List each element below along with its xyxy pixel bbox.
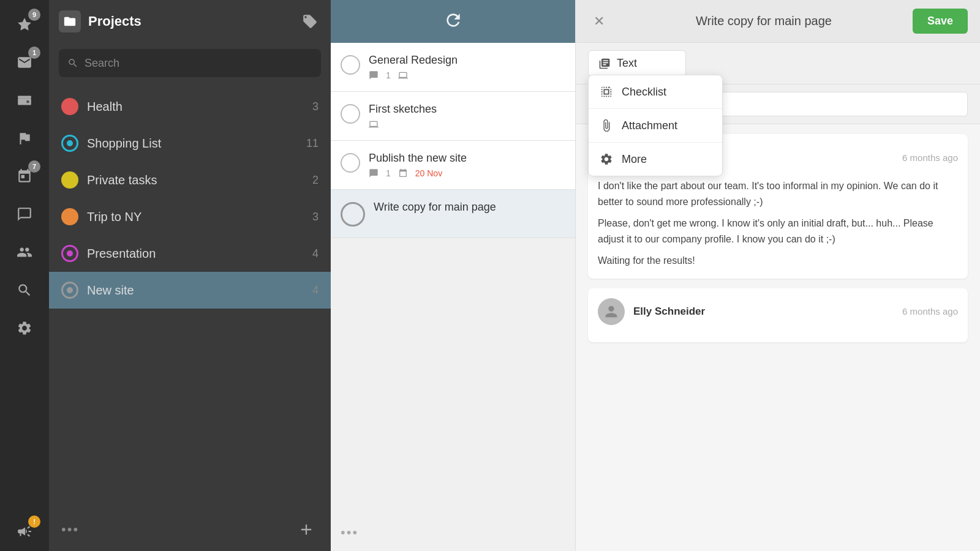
comment-count-publish: 1 bbox=[386, 168, 391, 178]
attachment-option[interactable]: Attachment bbox=[589, 109, 722, 143]
attachment-icon bbox=[600, 119, 613, 132]
project-dot-trip bbox=[61, 208, 78, 225]
type-dropdown-menu: Checklist Attachment More bbox=[588, 75, 723, 176]
task-item-sketches[interactable]: First sketches bbox=[331, 92, 575, 141]
inbox-nav-item[interactable]: 1 bbox=[6, 44, 43, 81]
task-meta-publish: 1 20 Nov bbox=[369, 168, 565, 178]
task-item-writecopy[interactable]: Write copy for main page bbox=[331, 190, 575, 238]
comment-count-redesign: 1 bbox=[386, 70, 391, 80]
comment-para-2: Please, don't get me wrong. I know it's … bbox=[598, 216, 958, 247]
project-count-shopping: 11 bbox=[306, 137, 318, 150]
task-item-redesign[interactable]: General Redesign 1 bbox=[331, 43, 575, 92]
sidebar-footer: ••• bbox=[49, 508, 331, 551]
announcement-nav-item[interactable]: ! bbox=[6, 513, 43, 550]
chat-nav-item[interactable] bbox=[6, 196, 43, 233]
text-type-label: Text bbox=[617, 57, 637, 70]
comment-para-3: Waiting for the results! bbox=[598, 253, 958, 269]
project-name-trip: Trip to NY bbox=[87, 210, 304, 224]
comment-text-steve: I don't like the part about our team. It… bbox=[598, 178, 958, 269]
task-panel-header bbox=[331, 0, 575, 43]
search-nav-item[interactable] bbox=[6, 272, 43, 309]
project-count-presentation: 4 bbox=[312, 247, 318, 260]
task-title-writecopy: Write copy for main page bbox=[374, 201, 565, 214]
projects-icon bbox=[59, 10, 81, 32]
project-item-trip[interactable]: Trip to NY 3 bbox=[49, 198, 331, 235]
comments-area: Steve Hobbs 6 months ago I don't like th… bbox=[576, 124, 980, 551]
star-nav-item[interactable]: 9 bbox=[6, 6, 43, 43]
avatar-elly bbox=[598, 298, 625, 325]
time-steve: 6 months ago bbox=[902, 152, 958, 163]
task-title-redesign: General Redesign bbox=[369, 54, 565, 67]
text-format-icon bbox=[598, 58, 611, 70]
task-date-publish: 20 Nov bbox=[415, 168, 442, 178]
checklist-option[interactable]: Checklist bbox=[589, 75, 722, 109]
comment-para-1: I don't like the part about our team. It… bbox=[598, 178, 958, 209]
project-item-newsite[interactable]: New site 4 bbox=[49, 272, 331, 309]
time-elly: 6 months ago bbox=[902, 306, 958, 317]
task-panel: General Redesign 1 First sketches bbox=[331, 0, 576, 551]
checklist-icon bbox=[600, 85, 613, 99]
project-count-trip: 3 bbox=[312, 211, 318, 223]
search-icon bbox=[67, 58, 78, 69]
project-item-presentation[interactable]: Presentation 4 bbox=[49, 235, 331, 272]
project-item-health[interactable]: Health 3 bbox=[49, 88, 331, 125]
task-more-button[interactable]: ••• bbox=[341, 525, 358, 541]
person-icon-2 bbox=[603, 303, 620, 320]
project-count-newsite: 4 bbox=[312, 284, 318, 297]
close-button[interactable]: ✕ bbox=[588, 10, 610, 32]
comment-item-elly: Elly Schneider 6 months ago bbox=[588, 288, 968, 342]
comment-header-elly: Elly Schneider 6 months ago bbox=[598, 298, 958, 325]
project-dot-shopping bbox=[61, 135, 78, 152]
task-content-redesign: General Redesign 1 bbox=[369, 54, 565, 80]
search-box[interactable] bbox=[59, 49, 321, 77]
calendar-nav-item[interactable]: 7 bbox=[6, 158, 43, 195]
more-option[interactable]: More bbox=[589, 143, 722, 176]
comment-icon-2 bbox=[369, 168, 379, 178]
projects-header: Projects bbox=[49, 0, 331, 43]
task-content-sketches: First sketches bbox=[369, 103, 565, 129]
project-item-private[interactable]: Private tasks 2 bbox=[49, 162, 331, 198]
detail-title: Write copy for main page bbox=[615, 14, 913, 28]
task-panel-footer: ••• bbox=[331, 514, 575, 551]
wallet-nav-item[interactable] bbox=[6, 82, 43, 119]
task-checkbox-sketches[interactable] bbox=[341, 104, 360, 124]
project-count-private: 2 bbox=[312, 174, 318, 187]
project-list: Health 3 Shopping List 11 Private tasks … bbox=[49, 83, 331, 508]
checklist-label: Checklist bbox=[622, 86, 666, 99]
text-type-dropdown[interactable]: Text bbox=[588, 50, 686, 77]
team-nav-item[interactable] bbox=[6, 234, 43, 271]
detail-toolbar: Text Checklist Attachment More bbox=[576, 43, 980, 84]
project-count-health: 3 bbox=[312, 100, 318, 113]
detail-header: ✕ Write copy for main page Save bbox=[576, 0, 980, 43]
tag-button[interactable] bbox=[299, 10, 321, 32]
refresh-button[interactable] bbox=[443, 10, 463, 32]
project-dot-presentation bbox=[61, 245, 78, 262]
add-project-button[interactable] bbox=[294, 517, 318, 542]
monitor-icon-2 bbox=[369, 119, 379, 129]
projects-title: Projects bbox=[88, 13, 292, 29]
settings-nav-item[interactable] bbox=[6, 310, 43, 347]
task-item-publish[interactable]: Publish the new site 1 20 Nov bbox=[331, 141, 575, 190]
flag-nav-item[interactable] bbox=[6, 120, 43, 157]
task-checkbox-redesign[interactable] bbox=[341, 55, 360, 75]
task-list: General Redesign 1 First sketches bbox=[331, 43, 575, 514]
task-checkbox-writecopy[interactable] bbox=[341, 202, 365, 227]
task-checkbox-publish[interactable] bbox=[341, 153, 360, 173]
project-name-newsite: New site bbox=[87, 283, 304, 298]
project-item-shopping[interactable]: Shopping List 11 bbox=[49, 125, 331, 162]
task-meta-sketches bbox=[369, 119, 565, 129]
sidebar-more-button[interactable]: ••• bbox=[61, 522, 285, 538]
search-input[interactable] bbox=[85, 57, 312, 70]
svg-rect-2 bbox=[26, 100, 29, 103]
settings-icon-2 bbox=[600, 152, 613, 166]
project-name-private: Private tasks bbox=[87, 173, 304, 187]
save-button[interactable]: Save bbox=[913, 9, 968, 34]
project-dot-newsite bbox=[61, 282, 78, 299]
attachment-label: Attachment bbox=[622, 119, 677, 132]
project-dot-health bbox=[61, 98, 78, 115]
calendar-icon bbox=[398, 168, 408, 178]
author-elly: Elly Schneider bbox=[633, 305, 902, 318]
project-name-shopping: Shopping List bbox=[87, 137, 298, 151]
projects-sidebar: Projects Health 3 Shopping List 11 Priva… bbox=[49, 0, 331, 551]
comment-icon bbox=[369, 70, 379, 80]
